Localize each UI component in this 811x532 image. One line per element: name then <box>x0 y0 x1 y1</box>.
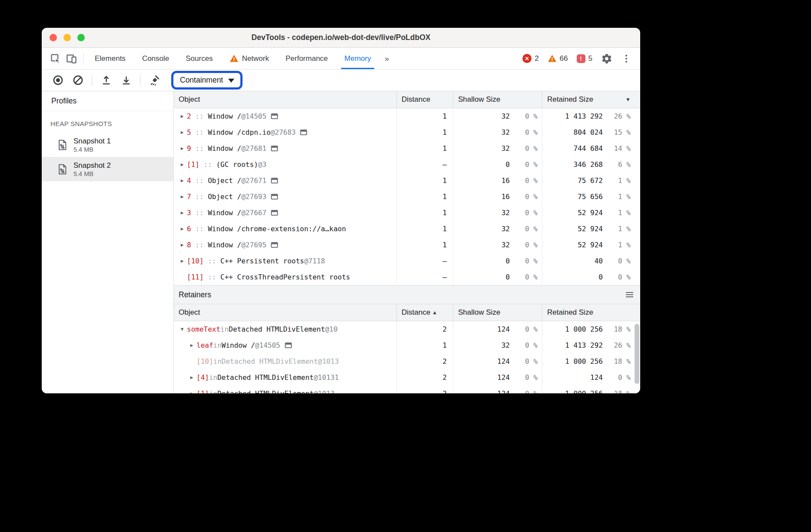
collapse-arrow-icon[interactable]: ▼ <box>177 326 187 332</box>
expand-arrow-icon[interactable]: ▶ <box>177 210 187 216</box>
more-tabs-button[interactable]: » <box>379 48 395 69</box>
distance-cell: 1 <box>396 205 453 221</box>
distance-cell: 1 <box>396 189 453 205</box>
divider <box>83 53 84 65</box>
kebab-menu-icon[interactable] <box>621 53 632 64</box>
separator: :: <box>191 241 208 249</box>
retained-size-cell: 75 6721 % <box>542 173 640 189</box>
column-label: Object <box>179 95 200 104</box>
containment-row[interactable]: [11] :: C++ CrossThreadPersistent roots–… <box>174 269 640 285</box>
save-profile-icon[interactable] <box>116 72 136 89</box>
minimize-window-button[interactable] <box>63 34 71 41</box>
tab-label: Memory <box>344 54 371 63</box>
containment-row[interactable]: ▶2 :: Window / @145051320 %1 413 29226 % <box>174 108 640 124</box>
issues-count: 5 <box>588 54 592 63</box>
containment-row[interactable]: ▶[10] :: C++ Persistent roots @7118–00 %… <box>174 253 640 269</box>
sidebar-item-snapshot-1[interactable]: Snapshot 1 5.4 MB <box>42 133 173 157</box>
retainers-row[interactable]: ▶[4] in Detached HTMLDivElement @1013121… <box>174 369 640 386</box>
expand-arrow-icon[interactable]: ▶ <box>177 194 187 200</box>
shallow-size-percent: 0 % <box>510 341 538 349</box>
reveal-in-summary-icon[interactable] <box>285 342 292 349</box>
column-header-shallow-size[interactable]: Shallow Size <box>453 91 542 108</box>
containment-row[interactable]: ▶7 :: Object / @276931160 %75 6561 % <box>174 189 640 205</box>
retainer-property: leaf <box>196 341 213 349</box>
shallow-size-value: 32 <box>453 209 510 217</box>
separator: :: <box>191 128 208 136</box>
column-header-distance[interactable]: Distance ▲ <box>396 304 453 321</box>
column-header-shallow-size[interactable]: Shallow Size <box>453 304 542 321</box>
console-errors-badge[interactable]: ✕ 2 <box>522 54 538 63</box>
tab-network[interactable]: Network <box>221 48 277 69</box>
expand-arrow-icon[interactable]: ▶ <box>177 113 187 119</box>
traffic-lights <box>42 34 85 41</box>
inspect-element-icon[interactable] <box>50 53 61 64</box>
distance-cell: – <box>396 269 453 285</box>
retained-size-cell: 400 % <box>542 253 640 269</box>
scrollbar-thumb[interactable] <box>635 324 639 384</box>
record-heap-snapshot-icon[interactable] <box>48 72 68 89</box>
tab-memory[interactable]: Memory <box>336 48 379 69</box>
separator: :: <box>191 144 208 153</box>
containment-row[interactable]: ▶8 :: Window / @276951320 %52 9241 % <box>174 237 640 253</box>
tab-performance[interactable]: Performance <box>277 48 336 69</box>
column-header-object[interactable]: Object <box>174 304 396 321</box>
containment-row[interactable]: ▶6 :: Window / chrome-extension://a…kaon… <box>174 221 640 237</box>
reveal-in-summary-icon[interactable] <box>271 113 278 120</box>
column-header-object[interactable]: Object <box>174 91 396 108</box>
expand-arrow-icon[interactable]: ▶ <box>187 391 196 393</box>
reveal-in-summary-icon[interactable] <box>271 209 278 216</box>
issues-badge[interactable]: ! 5 <box>577 54 592 63</box>
shallow-size-cell: 320 % <box>453 205 542 221</box>
containment-row[interactable]: ▶[1] :: (GC roots) @3–00 %346 2686 % <box>174 156 640 173</box>
reveal-in-summary-icon[interactable] <box>271 145 278 152</box>
perspective-select[interactable]: Containment <box>171 71 243 90</box>
retainers-row[interactable]: ▶[1] in Detached HTMLDivElement @1013212… <box>174 386 640 393</box>
expand-arrow-icon[interactable]: ▶ <box>177 258 187 264</box>
clear-profiles-icon[interactable] <box>68 72 88 89</box>
tab-elements[interactable]: Elements <box>86 48 134 69</box>
settings-gear-icon[interactable] <box>601 53 612 64</box>
shallow-size-value: 124 <box>453 357 510 366</box>
reveal-in-summary-icon[interactable] <box>271 242 278 248</box>
expand-arrow-icon[interactable]: ▶ <box>177 146 187 151</box>
expand-arrow-icon[interactable]: ▶ <box>177 178 187 183</box>
reveal-in-summary-icon[interactable] <box>300 129 307 136</box>
retainers-row[interactable]: [10] in Detached HTMLDivElement @1013212… <box>174 353 640 369</box>
hamburger-menu-icon[interactable] <box>626 292 633 297</box>
expand-arrow-icon[interactable]: ▶ <box>177 242 187 248</box>
vertical-scrollbar[interactable] <box>635 323 639 392</box>
chevron-double-icon: » <box>385 54 389 63</box>
containment-row[interactable]: ▶4 :: Object / @276711160 %75 6721 % <box>174 173 640 189</box>
retainer-property: someText <box>187 325 220 333</box>
column-header-retained-size[interactable]: Retained Size ▼ <box>542 91 640 108</box>
shallow-size-percent: 0 % <box>510 373 538 382</box>
containment-row[interactable]: ▶5 :: Window / cdpn.io @276831320 %804 0… <box>174 124 640 140</box>
containment-row[interactable]: ▶3 :: Window / @276671320 %52 9241 % <box>174 205 640 221</box>
error-count: 2 <box>535 54 538 63</box>
close-window-button[interactable] <box>50 34 57 41</box>
console-warnings-badge[interactable]: 66 <box>548 54 568 63</box>
retainers-row[interactable]: ▼someText in Detached HTMLDivElement @10… <box>174 321 640 337</box>
retained-size-cell: 346 2686 % <box>542 156 640 173</box>
reveal-in-summary-icon[interactable] <box>271 193 278 200</box>
expand-arrow-icon[interactable]: ▶ <box>177 130 187 135</box>
retained-size-value: 346 268 <box>542 160 603 169</box>
tab-sources[interactable]: Sources <box>177 48 221 69</box>
expand-arrow-icon[interactable]: ▶ <box>187 342 196 348</box>
expand-arrow-icon[interactable]: ▶ <box>177 162 187 167</box>
load-profile-icon[interactable] <box>96 72 116 89</box>
column-header-distance[interactable]: Distance <box>396 91 453 108</box>
reveal-in-summary-icon[interactable] <box>271 177 278 184</box>
tab-console[interactable]: Console <box>134 48 177 69</box>
distance-cell: 1 <box>396 221 453 237</box>
expand-arrow-icon[interactable]: ▶ <box>187 375 196 380</box>
device-toolbar-icon[interactable] <box>66 53 77 64</box>
containment-row[interactable]: ▶9 :: Window / @276811320 %744 68414 % <box>174 140 640 156</box>
column-header-retained-size[interactable]: Retained Size <box>542 304 640 321</box>
sidebar-item-snapshot-2[interactable]: Snapshot 2 5.4 MB <box>42 157 173 181</box>
zoom-window-button[interactable] <box>77 34 85 41</box>
collect-garbage-icon[interactable] <box>144 72 164 89</box>
expand-arrow-icon[interactable]: ▶ <box>177 226 187 232</box>
shallow-size-cell: 320 % <box>453 108 542 124</box>
retainers-row[interactable]: ▶leaf in Window / @145051320 %1 413 2922… <box>174 337 640 353</box>
